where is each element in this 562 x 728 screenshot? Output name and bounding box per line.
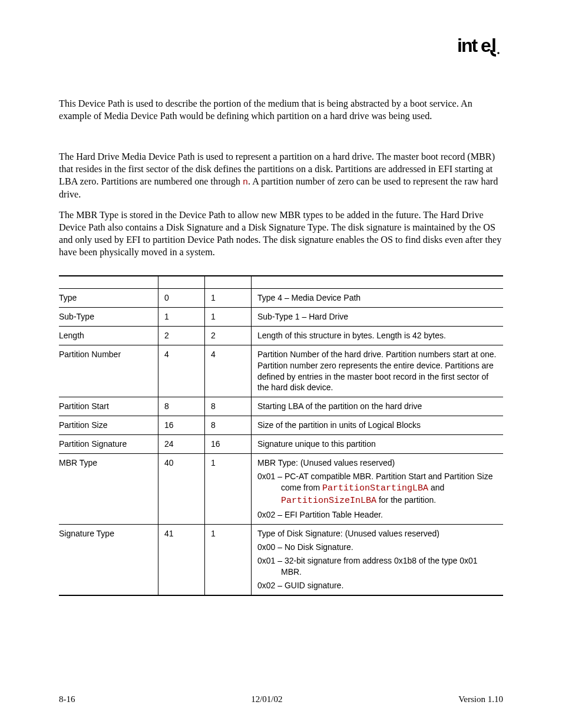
cell-mnemonic: Type — [59, 289, 158, 308]
cell-mnemonic: Length — [59, 326, 158, 345]
paragraph-mbr-type: The MBR Type is stored in the Device Pat… — [59, 209, 503, 259]
paragraph-media-device-path: This Device Path is used to describe the… — [59, 98, 503, 123]
table-row-mbr-type: MBR Type 40 1 MBR Type: (Unused values r… — [59, 453, 503, 524]
enum-line: 0x00 – No Disk Signature. — [257, 542, 498, 553]
table-row: Type 0 1 Type 4 – Media Device Path — [59, 289, 503, 308]
cell-description: Type 4 – Media Device Path — [252, 289, 504, 308]
table-row: Partition Signature 24 16 Signature uniq… — [59, 435, 503, 454]
svg-text:e: e — [481, 35, 491, 56]
hard-drive-media-device-path-table: Type 0 1 Type 4 – Media Device Path Sub-… — [59, 275, 503, 596]
enum-line: 0x02 – EFI Partition Table Header. — [257, 509, 498, 521]
footer-date: 12/01/02 — [251, 694, 282, 704]
th-byte-offset — [158, 276, 205, 289]
text-fragment: and — [428, 483, 444, 492]
svg-point-3 — [497, 52, 500, 54]
cell-offset: 16 — [158, 416, 205, 435]
svg-text:int: int — [457, 35, 478, 56]
text-fragment: Type of Disk Signature: (Unused values r… — [257, 529, 439, 538]
enum-line: 0x01 – 32-bit signature from address 0x1… — [257, 555, 498, 578]
cell-description: Size of the partition in units of Logica… — [252, 416, 504, 435]
cell-offset: 1 — [158, 307, 205, 326]
th-byte-length — [205, 276, 252, 289]
cell-mnemonic: Partition Size — [59, 416, 158, 435]
cell-offset: 4 — [158, 345, 205, 397]
cell-description: Length of this structure in bytes. Lengt… — [252, 326, 504, 345]
cell-description: Type of Disk Signature: (Unused values r… — [252, 525, 504, 595]
cell-description: Signature unique to this partition — [252, 435, 504, 454]
code-partition-starting-lba: PartitionStartingLBA — [322, 483, 428, 493]
cell-description: MBR Type: (Unused values reserved) 0x01 … — [252, 453, 504, 524]
table-row: Partition Start 8 8 Starting LBA of the … — [59, 397, 503, 416]
cell-length: 1 — [205, 307, 252, 326]
cell-length: 16 — [205, 435, 252, 454]
cell-description: Sub-Type 1 – Hard Drive — [252, 307, 504, 326]
code-partition-size-in-lba: PartitionSizeInLBA — [281, 496, 376, 506]
enum-line: 0x02 – GUID signature. — [257, 580, 498, 591]
cell-offset: 2 — [158, 326, 205, 345]
cell-mnemonic: Signature Type — [59, 525, 158, 595]
table-row: Partition Number 4 4 Partition Number of… — [59, 345, 503, 397]
code-n: n — [243, 177, 248, 187]
footer-version: Version 1.10 — [458, 694, 503, 704]
cell-mnemonic: Partition Number — [59, 345, 158, 397]
cell-length: 1 — [205, 453, 252, 524]
paragraph-hard-drive-intro: The Hard Drive Media Device Path is used… — [59, 151, 503, 201]
cell-offset: 40 — [158, 453, 205, 524]
cell-offset: 24 — [158, 435, 205, 454]
enum-line: 0x01 – PC-AT compatible MBR. Partition S… — [257, 471, 498, 507]
table-row: Length 2 2 Length of this structure in b… — [59, 326, 503, 345]
cell-description: Partition Number of the hard drive. Part… — [252, 345, 504, 397]
footer-page-number: 8-16 — [59, 694, 75, 704]
table-header-row — [59, 276, 503, 289]
cell-length: 1 — [205, 525, 252, 595]
cell-mnemonic: Partition Start — [59, 397, 158, 416]
cell-mnemonic: MBR Type — [59, 453, 158, 524]
cell-offset: 41 — [158, 525, 205, 595]
th-mnemonic — [59, 276, 158, 289]
table-row-signature-type: Signature Type 41 1 Type of Disk Signatu… — [59, 525, 503, 595]
page-footer: 8-16 12/01/02 Version 1.10 — [59, 694, 503, 704]
cell-mnemonic: Partition Signature — [59, 435, 158, 454]
intel-logo: int e l — [457, 35, 503, 57]
cell-length: 1 — [205, 289, 252, 308]
table-row: Partition Size 16 8 Size of the partitio… — [59, 416, 503, 435]
cell-mnemonic: Sub-Type — [59, 307, 158, 326]
cell-length: 4 — [205, 345, 252, 397]
text-fragment: for the partition. — [376, 495, 436, 505]
cell-offset: 8 — [158, 397, 205, 416]
th-description — [252, 276, 504, 289]
cell-length: 8 — [205, 416, 252, 435]
cell-offset: 0 — [158, 289, 205, 308]
cell-description: Starting LBA of the partition on the har… — [252, 397, 504, 416]
table-row: Sub-Type 1 1 Sub-Type 1 – Hard Drive — [59, 307, 503, 326]
cell-length: 8 — [205, 397, 252, 416]
cell-length: 2 — [205, 326, 252, 345]
text-fragment: MBR Type: (Unused values reserved) — [257, 458, 395, 467]
